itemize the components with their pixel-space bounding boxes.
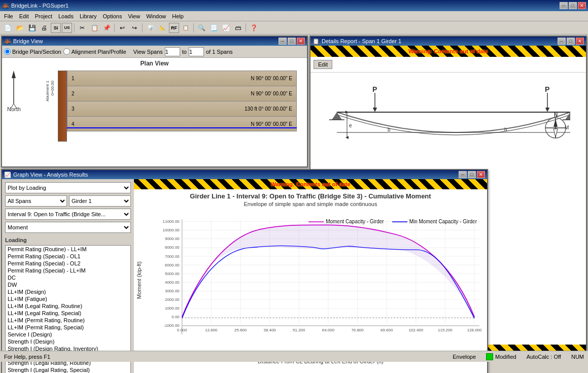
bridge-plan-radio-label[interactable]: Bridge Plan/Section [4,48,61,55]
y-axis-label-container: Moment (kip-ft) [136,217,142,343]
svg-text:5000.00: 5000.00 [165,272,180,276]
girder-4-label: 4 [72,121,75,127]
app-title: BridgeLink - PGSuper1 [11,3,68,9]
loading-item-13[interactable]: Strength I (Design) [6,338,130,345]
loading-item-0[interactable]: Permit Rating (Routine) - LL+IM [6,246,130,253]
view-button[interactable]: 🔍 [196,22,207,33]
envelope-label: Envelope [453,354,476,360]
close-button[interactable]: ✕ [578,2,586,9]
graph-button[interactable]: 📈 [220,22,231,33]
paste-button[interactable]: 📌 [101,22,112,33]
details-maximize[interactable]: □ [567,38,575,45]
maximize-button[interactable]: □ [569,2,577,9]
svg-text:e: e [349,123,352,128]
chart-title: Girder Line 1 - Interval 9: Open to Traf… [134,189,487,201]
bridge-view-controls: Bridge Plan/Section Alignment Plan/Profi… [2,46,307,58]
analysis-button[interactable]: 📊 [145,22,156,33]
menu-help[interactable]: Help [169,12,187,20]
svg-text:0.00: 0.00 [171,315,179,319]
north-label: North [7,106,21,112]
svg-text:102.400: 102.400 [408,328,423,332]
loading-item-3[interactable]: Permit Rating (Special) - LL+IM [6,267,130,274]
loading-item-9[interactable]: LL+IM (Legal Rating, Special) [6,310,130,317]
spec-button[interactable]: 📋 [180,22,191,33]
menu-window[interactable]: Window [143,12,169,20]
cut-button[interactable]: ✂ [77,22,88,33]
plot-type-select[interactable]: Plot by Loading [5,182,131,193]
minimize-button[interactable]: ─ [560,2,568,9]
loading-item-6[interactable]: LL+IM (Design) [6,288,130,295]
chart-svg-container: -1000.00 0.00 1000.00 2000.00 3000.00 40… [159,217,482,343]
save-button[interactable]: 💾 [26,22,38,33]
separator-4 [193,23,194,32]
help-text: For Help, press F1 [4,354,50,360]
menu-project[interactable]: Project [32,12,55,20]
graph-icon: 📈 [4,172,11,178]
title-bar: 🌉 BridgeLink - PGSuper1 ─ □ ✕ [0,0,588,11]
graph-restore[interactable]: □ [468,171,476,178]
menu-file[interactable]: File [1,12,16,20]
si-button[interactable]: SI [51,23,61,33]
edit-button[interactable]: Edit [314,60,332,69]
graph-title-buttons: ─ □ ✕ [459,171,485,178]
bridge-view-window: 🌉 Bridge View ─ □ ✕ Bridge Plan/Section … [1,36,308,167]
loading-item-1[interactable]: Permit Rating (Special) - OL1 [6,253,130,260]
app-icon: 🌉 [2,3,9,9]
menu-view[interactable]: View [125,12,143,20]
girder-area: Abutment 1 0+00.00 1 N 90° 00' 00.00" E … [43,71,297,142]
svg-text:64.000: 64.000 [322,328,334,332]
report-button[interactable]: 📃 [208,22,219,33]
graph-minimize[interactable]: ─ [459,171,467,178]
menu-edit[interactable]: Edit [16,12,32,20]
svg-text:4000.00: 4000.00 [165,280,180,284]
us-button[interactable]: US [62,23,72,33]
svg-text:N: N [554,113,558,118]
menu-library[interactable]: Library [77,12,100,20]
loading-item-4[interactable]: DC [6,274,130,281]
station-label: 0+00.00 [50,81,55,95]
bridge-view-icon: 🌉 [4,38,11,45]
loading-item-8[interactable]: LL+IM (Legal Rating, Routine) [6,302,130,310]
design-button[interactable]: 📐 [157,22,168,33]
print-button[interactable]: 🖨 [39,22,50,33]
undo-button[interactable]: ↩ [117,22,128,33]
result-type-select[interactable]: Moment [5,222,131,233]
bridge-view-maximize[interactable]: □ [288,38,296,45]
open-button[interactable]: 📂 [14,22,25,33]
svg-text:38.400: 38.400 [263,328,275,332]
alignment-radio-label[interactable]: Alignment Plan/Profile [63,48,126,55]
help-button[interactable]: ❓ [248,22,259,33]
span-from-input[interactable] [165,47,180,56]
details-close[interactable]: ✕ [576,38,584,45]
copy-button[interactable]: 📋 [89,22,100,33]
bridge-plan-radio[interactable] [4,48,11,55]
girder-row-3: 3 130 ft 0° 00' 00.00" E [67,101,297,116]
graph-close[interactable]: ✕ [477,171,485,178]
graph-title-bar: 📈 Graph View - Analysis Results ─ □ ✕ [2,170,487,179]
alignment-radio[interactable] [63,48,70,55]
redo-button[interactable]: ↪ [129,22,140,33]
spans-select[interactable]: All Spans [5,195,67,207]
new-button[interactable]: 📄 [2,22,13,33]
loading-item-5[interactable]: DW [6,281,130,288]
loading-item-12[interactable]: Service I (Design) [6,331,130,338]
rf-button[interactable]: RF [169,23,179,33]
graph-main-area: Warning: Contents out of date Girder Lin… [134,179,487,373]
y-axis-label: Moment (kip-ft) [136,261,142,299]
span-to-input[interactable] [189,47,204,56]
loading-item-11[interactable]: LL+IM (Permit Rating, Special) [6,324,130,331]
loading-item-2[interactable]: Permit Rating (Special) - OL2 [6,260,130,267]
loading-item-17[interactable]: Strength I (Legal Rating, Special) [6,366,130,373]
loading-item-7[interactable]: LL+IM (Fatigue) [6,295,130,302]
girder-select[interactable]: Girder 1 [69,195,131,207]
loading-item-10[interactable]: LL+IM (Permit Rating, Routine) [6,317,130,324]
bridge-view-minimize[interactable]: ─ [279,38,287,45]
menu-loads[interactable]: Loads [55,12,77,20]
details-minimize[interactable]: ─ [558,38,566,45]
interval-select[interactable]: Interval 9: Open to Traffic (Bridge Site… [5,209,131,220]
girder-row-4: 4 N 90° 00' 00.00" E [67,116,297,131]
table-button[interactable]: 🗃 [232,22,244,33]
bridge-view-close[interactable]: ✕ [297,38,305,45]
menu-options[interactable]: Options [100,12,125,20]
separator-5 [246,23,246,32]
